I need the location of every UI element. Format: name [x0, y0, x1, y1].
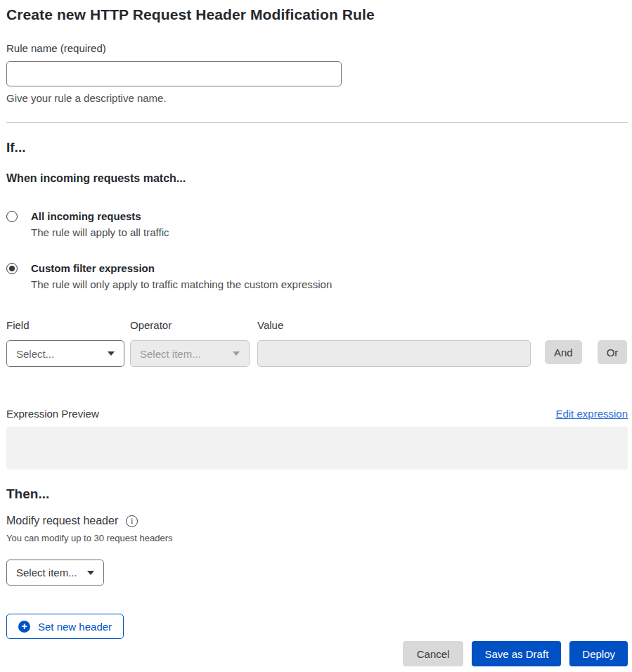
edit-expression-link[interactable]: Edit expression	[555, 408, 628, 420]
value-label: Value	[257, 319, 531, 331]
create-rule-form: Create new HTTP Request Header Modificat…	[0, 0, 632, 666]
radio-label: All incoming requests	[31, 210, 169, 222]
footer-actions: Cancel Save as Draft Deploy	[6, 641, 628, 666]
rule-name-help: Give your rule a descriptive name.	[6, 92, 628, 104]
then-heading: Then...	[6, 486, 628, 502]
chevron-down-icon	[108, 351, 115, 356]
chevron-down-icon	[233, 351, 240, 356]
expression-preview-box	[6, 427, 628, 470]
or-button[interactable]: Or	[598, 340, 628, 364]
modify-request-header-label: Modify request header	[6, 515, 118, 527]
info-icon[interactable]: i	[126, 515, 138, 527]
expression-preview-header: Expression Preview Edit expression	[6, 408, 628, 420]
rule-name-label: Rule name (required)	[6, 42, 628, 54]
operator-select: Select item...	[130, 340, 250, 367]
radio-description: The rule will apply to all traffic	[31, 226, 169, 238]
option-custom-filter-expression: Custom filter expression The rule will o…	[6, 262, 628, 290]
cancel-button[interactable]: Cancel	[403, 641, 464, 666]
section-divider	[6, 122, 628, 123]
expression-builder-row: Field Select... Operator Select item... …	[6, 319, 628, 367]
value-input	[257, 340, 531, 367]
radio-label: Custom filter expression	[31, 262, 332, 274]
chevron-down-icon	[87, 571, 94, 575]
field-label: Field	[6, 319, 124, 331]
radio-button-all-incoming[interactable]	[6, 211, 18, 222]
operator-label: Operator	[130, 319, 250, 331]
operator-select-value: Select item...	[140, 348, 201, 360]
field-select[interactable]: Select...	[6, 340, 124, 367]
match-subheading: When incoming requests match...	[6, 172, 628, 185]
modify-header-help: You can modify up to 30 request headers	[6, 533, 628, 543]
field-select-value: Select...	[16, 348, 54, 360]
deploy-button[interactable]: Deploy	[569, 641, 628, 666]
radio-description: The rule will only apply to traffic matc…	[31, 278, 332, 290]
option-all-incoming-requests: All incoming requests The rule will appl…	[6, 210, 628, 238]
page-title: Create new HTTP Request Header Modificat…	[6, 6, 628, 23]
header-item-select[interactable]: Select item...	[6, 560, 104, 586]
header-item-select-value: Select item...	[16, 567, 77, 579]
save-as-draft-button[interactable]: Save as Draft	[472, 641, 561, 666]
set-new-header-label: Set new header	[38, 621, 112, 633]
expression-preview-label: Expression Preview	[6, 408, 99, 420]
radio-button-custom-filter[interactable]	[6, 263, 18, 274]
plus-circle-icon: +	[18, 621, 30, 633]
and-button[interactable]: And	[545, 340, 582, 364]
rule-name-input[interactable]	[6, 61, 342, 86]
if-heading: If...	[6, 140, 628, 155]
set-new-header-button[interactable]: + Set new header	[6, 614, 124, 639]
